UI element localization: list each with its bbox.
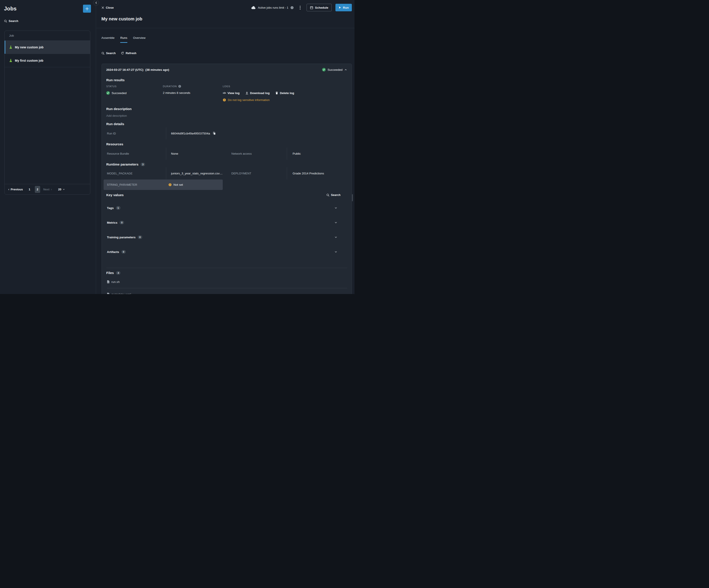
- tab-assemble[interactable]: Assemble: [101, 36, 114, 43]
- refresh-icon: [121, 52, 124, 55]
- files-divider: [106, 268, 347, 268]
- file-item-run-sh[interactable]: run.sh: [106, 278, 347, 285]
- job-title: My new custom job: [101, 17, 354, 22]
- chevron-down-icon: [334, 250, 337, 253]
- run-description-heading: Run description: [106, 107, 347, 111]
- runs-search-button[interactable]: Search: [101, 51, 115, 55]
- model-package-value: juniors_3_year_stats_regression.csv…: [166, 167, 231, 179]
- run-results-heading: Run results: [106, 78, 347, 82]
- section-artifacts[interactable]: Artifacts 0: [106, 248, 347, 255]
- chevron-up-icon: [344, 68, 347, 71]
- close-icon: [101, 6, 104, 9]
- sidebar-search-button[interactable]: Search: [4, 19, 92, 23]
- search-icon: [326, 194, 330, 197]
- sidebar-search-label: Search: [9, 19, 18, 23]
- runtime-parameters-heading: Runtime parameters 3: [106, 162, 347, 166]
- close-button[interactable]: Close: [101, 6, 113, 9]
- runtime-parameters-count: 3: [141, 163, 145, 166]
- job-name: My new custom job: [15, 46, 44, 49]
- artifacts-count: 0: [121, 250, 126, 254]
- trash-icon: [275, 92, 278, 95]
- tab-overview[interactable]: Overview: [133, 36, 146, 43]
- jobs-list-panel: Job My new custom job My first custom jo…: [4, 31, 90, 195]
- jobs-pagination: ‹ Previous 1 2 Next › 20: [5, 184, 90, 195]
- page-size-select[interactable]: 20: [58, 188, 65, 191]
- chevron-down-icon: [334, 206, 337, 209]
- active-jobs-limit: Active jobs runs limit - 1: [251, 6, 293, 9]
- run-result-card: 2024-03-27 16:47:27 (UTC) (38 minutes ag…: [102, 64, 352, 294]
- run-status-badge[interactable]: Succeeded: [322, 68, 347, 72]
- job-tabs: Assemble Runs Overview: [96, 28, 354, 43]
- log-warning: Do not log sensitive information: [223, 98, 347, 102]
- add-description-button[interactable]: Add description: [106, 114, 347, 118]
- add-job-button[interactable]: [83, 5, 91, 12]
- job-detail-panel: Close Active jobs runs limit - 1 Schedul…: [96, 0, 354, 294]
- info-icon[interactable]: [290, 6, 294, 9]
- files-heading: Files 4: [106, 271, 347, 275]
- tab-runs[interactable]: Runs: [120, 36, 127, 43]
- job-column-header: Job: [5, 31, 90, 41]
- string-parameter-label: STRING_PARAMETER: [104, 183, 166, 186]
- string-parameter-row[interactable]: STRING_PARAMETER Not set: [104, 179, 223, 190]
- resource-bundle-value: None: [166, 148, 231, 160]
- run-details-table: Run ID 66044d9f1cb49a495037504a: [106, 127, 347, 139]
- delete-log-button[interactable]: Delete log: [275, 91, 294, 95]
- copy-icon: [213, 132, 216, 135]
- flask-icon: [9, 46, 12, 49]
- topbar-actions: Active jobs runs limit - 1 Schedule Run: [251, 4, 352, 11]
- search-icon: [101, 52, 104, 55]
- runs-refresh-button[interactable]: Refresh: [121, 51, 136, 55]
- download-icon: [245, 92, 248, 95]
- page-2-button-current[interactable]: 2: [35, 186, 40, 193]
- kebab-icon: [300, 6, 300, 9]
- view-log-button[interactable]: </> View log: [223, 91, 240, 95]
- jobs-app: Jobs Search Job My new custom job My fir…: [0, 0, 354, 294]
- status-value: Succeeded: [106, 91, 163, 95]
- copy-run-id-button[interactable]: [213, 132, 216, 135]
- chevron-right-icon: ›: [51, 187, 52, 191]
- detail-topbar: Close Active jobs runs limit - 1 Schedul…: [96, 0, 354, 11]
- scrollbar-thumb[interactable]: [352, 194, 353, 201]
- jobs-sidebar: Jobs Search Job My new custom job My fir…: [0, 0, 96, 294]
- section-training-parameters[interactable]: Training parameters 0: [106, 234, 347, 241]
- run-card-header[interactable]: 2024-03-27 16:47:27 (UTC) (38 minutes ag…: [106, 68, 347, 72]
- run-details-heading: Run details: [106, 122, 347, 126]
- network-access-label: Network access: [231, 148, 287, 160]
- search-icon: [4, 20, 7, 23]
- page-title: Jobs: [4, 5, 17, 12]
- play-icon: [339, 6, 341, 9]
- job-name: My first custom job: [15, 59, 43, 62]
- download-log-button[interactable]: Download log: [245, 91, 270, 95]
- info-icon[interactable]: [178, 85, 181, 88]
- run-timestamp: 2024-03-27 16:47:27 (UTC) (38 minutes ag…: [106, 68, 169, 72]
- success-check-icon: [322, 68, 326, 72]
- chevron-down-icon: [334, 221, 337, 224]
- next-page-button[interactable]: Next ›: [43, 187, 52, 191]
- sidebar-item-my-first-custom-job[interactable]: My first custom job: [5, 54, 90, 67]
- sidebar-item-my-new-custom-job[interactable]: My new custom job: [5, 41, 90, 54]
- metrics-count: 0: [120, 221, 124, 224]
- success-check-icon: [106, 91, 110, 95]
- previous-page-button[interactable]: ‹ Previous: [8, 187, 23, 191]
- file-item-metadata-yaml[interactable]: metadata.yaml: [106, 291, 347, 294]
- run-id-label: Run ID: [106, 127, 166, 139]
- plus-icon: [85, 7, 89, 10]
- resource-bundle-label: Resource Bundle: [106, 148, 166, 160]
- runtime-parameters-row: MODEL_PACKAGE juniors_3_year_stats_regre…: [106, 167, 347, 179]
- run-results-column-labels: STATUS DURATION LOGS: [106, 85, 347, 88]
- warning-icon: [223, 98, 226, 102]
- deployment-label: DEPLOYMENT: [231, 167, 287, 179]
- section-tags[interactable]: Tags 1: [106, 204, 347, 211]
- code-icon: </>: [223, 92, 226, 94]
- run-button[interactable]: Run: [335, 4, 352, 11]
- model-package-label: MODEL_PACKAGE: [106, 167, 166, 179]
- schedule-button[interactable]: Schedule: [307, 4, 332, 11]
- more-actions-menu-button[interactable]: [297, 5, 303, 10]
- tags-count: 1: [116, 206, 121, 210]
- resources-table: Resource Bundle None Network access Publ…: [106, 148, 347, 160]
- chevron-left-icon: [95, 1, 98, 4]
- key-values-search-button[interactable]: Search: [326, 193, 341, 197]
- page-1-button[interactable]: 1: [27, 186, 32, 193]
- log-warning-row: Do not log sensitive information: [106, 98, 347, 102]
- section-metrics[interactable]: Metrics 0: [106, 219, 347, 226]
